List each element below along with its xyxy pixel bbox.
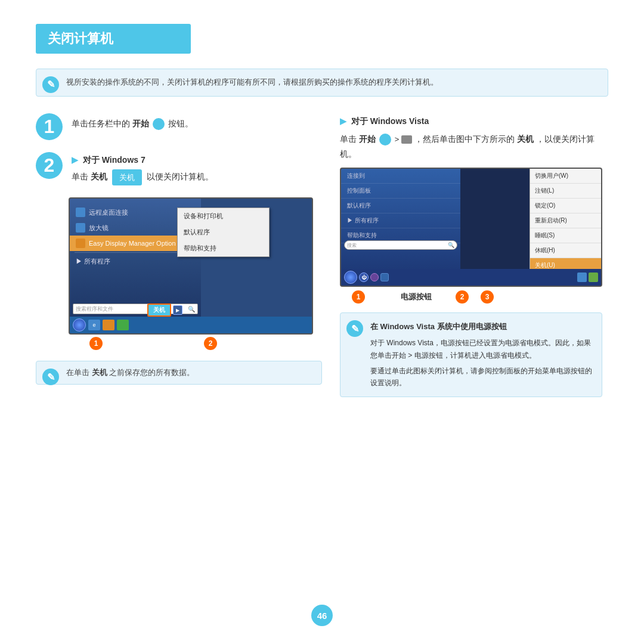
right-column: ▶ 对于 Windows Vista 单击 开始 > ，然后单击图中下方所示的 …: [340, 113, 608, 397]
magnifier-icon: [76, 223, 85, 233]
win7-shutdown-btn[interactable]: 关机: [147, 304, 171, 317]
vista-power-btn[interactable]: ⏻: [359, 273, 369, 282]
page-number: 46: [311, 605, 333, 626]
page-container: 关闭计算机 ✎ 视所安装的操作系统的不同，关闭计算机的程序可能有所不同，请根据所…: [0, 0, 644, 644]
vista-note-text1: 对于 Windows Vista，电源按钮已经设置为电源省电模式。因此，如果您单…: [370, 337, 593, 361]
taskbar-ie[interactable]: e: [88, 320, 100, 330]
step-1-row: 1 单击任务栏中的 开始 按钮。: [36, 113, 322, 140]
start-icon: [153, 118, 165, 130]
vista-taskbar: ⏻: [341, 269, 601, 286]
win7-screenshot: 远程桌面连接 放大镜 Easy Display Manager Option: [69, 197, 313, 335]
edm-icon: [76, 239, 85, 248]
vista-callout-3: 3: [481, 290, 494, 304]
vista-note-title: 在 Windows Vista 系统中使用电源按钮: [370, 320, 593, 333]
arrow-icon: [401, 135, 412, 144]
vista-heading-area: ▶ 对于 Windows Vista: [340, 113, 608, 127]
vista-note-icon: ✎: [346, 320, 363, 337]
step-2-text: 单击 关机 关机 以便关闭计算机。: [72, 169, 322, 185]
shutdown-area: 关机 ▶: [147, 304, 182, 317]
vista-right-submenu: 切换用户(W) 注销(L) 锁定(O) 重新启动(R) 睡眠(S) 休眠(H) …: [530, 169, 601, 269]
step-1-number: 1: [36, 113, 63, 140]
shutdown-btn-img: 关机: [112, 169, 142, 185]
vista-screenshot: 连接到 控制面板 默认程序 ▶ 所有程序 帮助和支持 搜索 🔍: [340, 168, 602, 287]
vista-lock-btn[interactable]: [370, 273, 379, 281]
main-note: ✎ 视所安装的操作系统的不同，关闭计算机的程序可能有所不同，请根据所购买的操作系…: [36, 69, 608, 97]
vista-ie[interactable]: [577, 273, 587, 282]
taskbar-start-btn[interactable]: [73, 318, 86, 332]
win7-screenshot-container: 远程桌面连接 放大镜 Easy Display Manager Option: [69, 197, 322, 350]
win7-sub-step: ▶ 对于 Windows 7: [72, 155, 322, 166]
bottom-note-icon: ✎: [42, 369, 59, 385]
vista-icon2: [589, 273, 598, 282]
vista-start-icon: [379, 134, 391, 145]
vista-note-box: ✎ 在 Windows Vista 系统中使用电源按钮 对于 Windows V…: [340, 312, 602, 397]
page-title: 关闭计算机: [48, 30, 179, 48]
title-bar: 关闭计算机: [36, 24, 191, 54]
vista-callout-1: 1: [352, 290, 365, 304]
arrow-btn[interactable]: ▶: [173, 305, 182, 315]
remote-icon: [76, 208, 85, 217]
vista-description: 单击 开始 > ，然后单击图中下方所示的 关机 ，以便关闭计算机。: [340, 132, 608, 162]
callout-2: 2: [204, 337, 217, 350]
vista-start-btn[interactable]: [344, 271, 357, 284]
vista-left-panel: 连接到 控制面板 默认程序 ▶ 所有程序 帮助和支持 搜索 🔍: [341, 169, 460, 269]
main-note-text: 视所安装的操作系统的不同，关闭计算机的程序可能有所不同，请根据所购买的操作系统的…: [66, 78, 438, 86]
left-column: 1 单击任务栏中的 开始 按钮。 2 ▶ 对于 Windows 7: [36, 113, 322, 397]
vista-screenshot-container: 连接到 控制面板 默认程序 ▶ 所有程序 帮助和支持 搜索 🔍: [340, 168, 608, 304]
note-icon: ✎: [42, 76, 59, 93]
taskbar-item2: [103, 320, 114, 330]
vista-arrow-btn[interactable]: [380, 273, 389, 281]
step-1-content: 单击任务栏中的 开始 按钮。: [72, 113, 322, 131]
main-content: 1 单击任务栏中的 开始 按钮。 2 ▶ 对于 Windows 7: [36, 113, 608, 397]
win7-submenu: 设备和打印机 默认程序 帮助和支持: [177, 208, 270, 257]
win7-taskbar: e: [70, 317, 312, 333]
vista-search-area: 搜索 🔍: [344, 240, 457, 250]
step-1-text: 单击任务栏中的 开始 按钮。: [72, 116, 322, 131]
bottom-note: ✎ 在单击 关机 之前保存您的所有数据。: [36, 361, 322, 385]
vista-callout-2: 2: [456, 290, 469, 304]
vista-note-text2: 要通过单击此图标关闭计算机，请参阅控制面板的开始菜单电源按钮的设置说明。: [370, 365, 593, 389]
win7-callouts: 1 2: [69, 337, 322, 350]
callout-1: 1: [89, 337, 103, 350]
step-2-row: 2 ▶ 对于 Windows 7 单击 关机 关机 以便关闭计算机。: [36, 152, 322, 185]
taskbar-item3: [117, 320, 129, 330]
step-2-number: 2: [36, 152, 63, 179]
vista-callout-row: 1 电源按钮 2 3: [340, 290, 608, 304]
step-2-content: ▶ 对于 Windows 7 单击 关机 关机 以便关闭计算机。: [72, 152, 322, 185]
